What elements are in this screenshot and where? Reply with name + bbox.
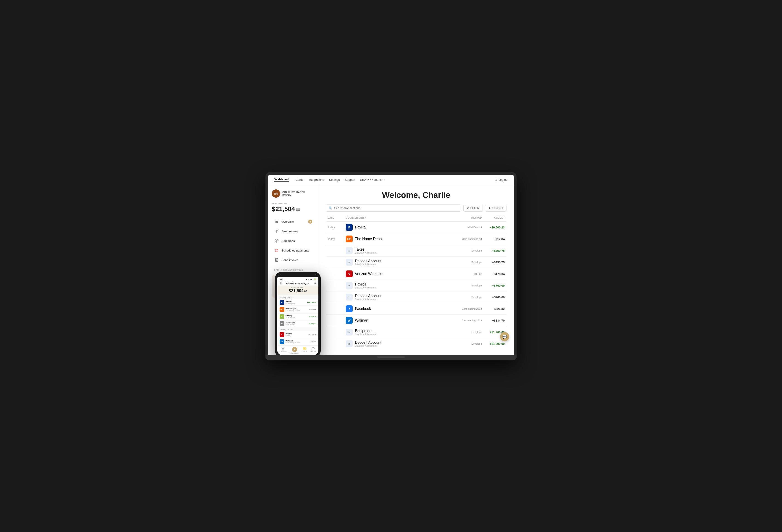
phone-balance-section: YOUR BALANCE $21,504.00 bbox=[277, 285, 318, 295]
welcome-title: Welcome, Charlie bbox=[326, 190, 506, 200]
phone-tx-sub-johnsmith: Wire Transfer bbox=[286, 324, 307, 325]
search-box[interactable]: 🔍 bbox=[326, 205, 461, 212]
table-row[interactable]: ≡ Payroll Envelope Adjustment Envelope +… bbox=[326, 280, 506, 291]
phone-nav-cards[interactable]: 💳 Cards bbox=[303, 347, 307, 354]
phone-outer: 9:41 ▲▲ WiFi 🔋 ☰ Fairest Landscaping Co.… bbox=[275, 272, 321, 355]
phone-signal-icons: ▲▲ WiFi 🔋 bbox=[306, 278, 316, 280]
phone-menu-icon: ☰ bbox=[280, 282, 282, 285]
col-counterparty: COUNTERPARTY bbox=[346, 217, 450, 219]
sidebar-item-send-invoice[interactable]: Send invoice bbox=[272, 256, 315, 264]
balance-label: YOUR BALANCE bbox=[272, 202, 315, 205]
phone-nav-support[interactable]: ◯ Support bbox=[310, 347, 316, 354]
tx-logo-deposit2: ≡ bbox=[346, 294, 353, 300]
nav-item-sba[interactable]: SBA PPP Loans ↗ bbox=[360, 178, 385, 181]
sidebar-item-scheduled[interactable]: Scheduled payments bbox=[272, 246, 315, 255]
table-row[interactable]: W Walmart Card ending 2313 −$134.70 bbox=[326, 315, 506, 326]
search-input[interactable] bbox=[334, 206, 458, 210]
phone-tx-amount-homedepot: −$25.31 bbox=[310, 309, 316, 311]
send-money-icon bbox=[274, 229, 279, 234]
phone-add-button[interactable]: + bbox=[292, 347, 297, 352]
tx-amount-deposit1: −$350.75 bbox=[482, 261, 505, 264]
top-nav: Dashboard Cards Integrations Settings Su… bbox=[268, 175, 514, 185]
table-row[interactable]: ≡ Deposit Account Envelope Adjustment En… bbox=[326, 256, 506, 268]
table-row[interactable]: ≡ Equipment Envelope Adjustment Envelope… bbox=[326, 326, 506, 338]
table-row[interactable]: ≡ Deposit Account Envelope Adjustment En… bbox=[326, 291, 506, 303]
logout-button[interactable]: ⊞ Log out bbox=[495, 178, 508, 181]
sidebar-item-overview[interactable]: ⊞ Overview 3 bbox=[272, 217, 315, 226]
tx-name-facebook: Facebook bbox=[355, 307, 371, 311]
table-row[interactable]: ≡ Taxes Envelope Adjustment Envelope +$3… bbox=[326, 245, 506, 256]
nav-item-settings[interactable]: Settings bbox=[329, 178, 340, 181]
tx-logo-deposit3: ≡ bbox=[346, 340, 353, 347]
phone-bottom-nav: ⊞ Overview + Move Money 💳 Cards bbox=[277, 345, 318, 355]
tx-party: W Walmart bbox=[346, 317, 450, 324]
table-row[interactable]: Today HD The Home Depot Card ending 2313… bbox=[326, 233, 506, 245]
phone-tx-row-shopify: S Shopify ACH Transfer +$450.21 bbox=[277, 313, 318, 320]
send-invoice-icon bbox=[274, 257, 279, 262]
table-headers: DATE COUNTERPARTY METHOD AMOUNT bbox=[326, 215, 506, 220]
phone-tx-info-shopify: Shopify ACH Transfer bbox=[286, 315, 307, 318]
phone-tx-logo-johnsmith: JS bbox=[280, 321, 284, 326]
tx-party: HD The Home Depot bbox=[346, 236, 450, 242]
sidebar-item-send-money[interactable]: Send money bbox=[272, 227, 315, 236]
phone-tx-amount-verizon: −$178.34 bbox=[308, 334, 316, 336]
filter-button[interactable]: ▽ FILTER bbox=[463, 205, 483, 212]
main-layout: RH CHARLIE'S RANCH HOUSE YOUR BALANCE $2… bbox=[268, 185, 514, 355]
chat-bubble-button[interactable]: 💬 bbox=[500, 332, 509, 341]
tx-method-walmart: Card ending 2313 bbox=[450, 319, 482, 322]
phone-tx-sub-shopify: ACH Transfer bbox=[286, 317, 307, 318]
phone-nav-movemoney[interactable]: + Move Money bbox=[290, 347, 299, 354]
tx-logo-paypal: P bbox=[346, 224, 353, 231]
phone-tx-name-homedepot: Home Depot bbox=[286, 308, 308, 310]
tx-amount-taxes: +$350.75 bbox=[482, 249, 505, 252]
tx-method-verizon: Bill Pay bbox=[450, 273, 482, 275]
export-button[interactable]: ⬇ EXPORT bbox=[485, 205, 506, 212]
phone-tx-name-shopify: Shopify bbox=[286, 315, 307, 317]
sidebar-item-add-funds[interactable]: Add funds bbox=[272, 237, 315, 245]
phone-nav-overview-label: Overview bbox=[280, 351, 286, 352]
tx-logo-facebook: f bbox=[346, 305, 353, 312]
tx-amount-facebook: −$526.32 bbox=[482, 307, 505, 311]
tx-logo-homedepot: HD bbox=[346, 236, 353, 242]
tx-method-deposit2: Envelope bbox=[450, 296, 482, 298]
phone-tx-logo-paypal: P bbox=[280, 300, 284, 305]
export-icon: ⬇ bbox=[489, 207, 491, 210]
sidebar-brand: RH CHARLIE'S RANCH HOUSE bbox=[272, 189, 315, 198]
phone-tx-row-verizon: V Verizon Bill Pay −$178.34 bbox=[277, 331, 318, 338]
nav-item-integrations[interactable]: Integrations bbox=[309, 178, 324, 181]
tx-amount-paypal: +$9,500.23 bbox=[482, 226, 505, 229]
tx-party: ≡ Equipment Envelope Adjustment bbox=[346, 329, 450, 335]
phone-tx-amount-shopify: +$450.21 bbox=[308, 316, 316, 318]
phone-tx-info-homedepot: Home Depot Card ending in 3444 bbox=[286, 308, 308, 311]
tx-name-taxes: Taxes Envelope Adjustment bbox=[355, 247, 377, 254]
table-row[interactable]: V Verizon Wireless Bill Pay −$178.34 bbox=[326, 268, 506, 280]
export-label: EXPORT bbox=[492, 207, 503, 210]
laptop-screen: Dashboard Cards Integrations Settings Su… bbox=[268, 175, 514, 355]
phone-tx-logo-homedepot: HD bbox=[280, 307, 284, 312]
tx-name-verizon: Verizon Wireless bbox=[355, 272, 382, 276]
phone-nav-support-icon: ◯ bbox=[312, 347, 315, 350]
phone-tx-amount-paypal: +$9,450.21 bbox=[307, 302, 316, 304]
tx-logo-deposit1: ≡ bbox=[346, 259, 353, 265]
table-row[interactable]: Today P PayPal ACH Deposit +$9,500.23 bbox=[326, 221, 506, 233]
tx-party: P PayPal bbox=[346, 224, 450, 231]
svg-text:RH: RH bbox=[274, 192, 278, 195]
main-content: Welcome, Charlie 🔍 ▽ FILTER ⬇ EXPORT bbox=[318, 185, 514, 355]
col-method: METHOD bbox=[450, 217, 482, 219]
nav-item-cards[interactable]: Cards bbox=[295, 178, 304, 181]
phone-nav-overview[interactable]: ⊞ Overview bbox=[280, 347, 286, 354]
brand-logo: RH bbox=[272, 189, 280, 198]
phone-tx-amount-walmart: −$47.76 bbox=[310, 341, 316, 343]
search-icon: 🔍 bbox=[329, 206, 332, 210]
phone-tx-info-paypal: PayPal ACH Deposit bbox=[286, 300, 306, 304]
sidebar: RH CHARLIE'S RANCH HOUSE YOUR BALANCE $2… bbox=[268, 185, 318, 355]
phone-tx-info-johnsmith: John Smith Wire Transfer bbox=[286, 322, 307, 325]
tx-method-payroll: Envelope bbox=[450, 284, 482, 287]
tx-name-payroll: Payroll Envelope Adjustment bbox=[355, 282, 377, 289]
nav-item-support[interactable]: Support bbox=[345, 178, 355, 181]
tx-method-equipment: Envelope bbox=[450, 331, 482, 333]
sidebar-item-send-money-label: Send money bbox=[281, 229, 298, 233]
table-row[interactable]: ≡ Deposit Account Envelope Adjustment En… bbox=[326, 338, 506, 349]
table-row[interactable]: f Facebook Card ending 2313 −$526.32 bbox=[326, 303, 506, 315]
nav-dashboard[interactable]: Dashboard bbox=[274, 178, 289, 182]
